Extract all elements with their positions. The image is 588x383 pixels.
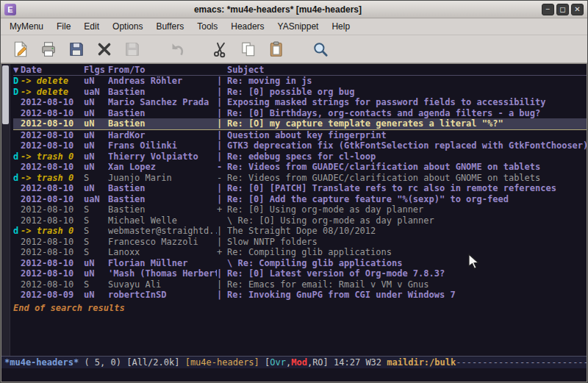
- message-subject: The Straight Dope 08/10/2012: [227, 226, 587, 237]
- paste-icon[interactable]: [265, 38, 287, 60]
- close-button-icon[interactable]: ✕: [571, 4, 584, 15]
- save-icon[interactable]: [65, 38, 87, 60]
- message-subject: Re: [0] [PATCH] Translate refs to rc als…: [227, 183, 587, 194]
- modeline-segment: RO: [312, 357, 323, 368]
- message-row[interactable]: 2012-08-10SBastien+Re: [0] Using org-mod…: [13, 204, 587, 215]
- message-mark: [13, 108, 21, 119]
- menu-tools[interactable]: Tools: [190, 19, 224, 34]
- message-row[interactable]: D-> deleteuNAndreas Röhler|Re: moving in…: [13, 76, 587, 87]
- search-icon[interactable]: [309, 38, 331, 60]
- message-date: 2012-08-10: [21, 258, 84, 269]
- message-subject: Re: [0] Add the capture feature "%(sexp)…: [227, 194, 587, 205]
- thread-separator: -: [217, 173, 227, 184]
- minibuffer: [1, 368, 587, 382]
- menu-help[interactable]: Help: [325, 19, 356, 34]
- menu-options[interactable]: Options: [106, 19, 149, 34]
- message-row[interactable]: d-> trash 0SJuanjo Marin-Re: Videos from…: [13, 173, 587, 184]
- thread-separator: |: [217, 108, 227, 119]
- message-list: D-> deleteuNAndreas Röhler|Re: moving in…: [13, 76, 587, 301]
- message-from: Bastien: [108, 183, 217, 194]
- column-header-flags[interactable]: Flgs: [84, 65, 108, 75]
- print-icon[interactable]: [37, 38, 60, 60]
- menu-edit[interactable]: Edit: [77, 19, 106, 34]
- sort-indicator-icon: ▼: [13, 65, 21, 75]
- thread-separator: |: [217, 226, 227, 237]
- menu-mymenu[interactable]: MyMenu: [3, 19, 50, 34]
- thread-separator: |: [217, 97, 227, 108]
- message-date: -> trash 0: [21, 226, 84, 237]
- copy-icon[interactable]: [237, 38, 259, 60]
- message-row[interactable]: D-> deleteuaNBastien|Re: [0] possible or…: [13, 87, 587, 98]
- menu-file[interactable]: File: [50, 19, 77, 34]
- message-mark: d: [13, 151, 21, 162]
- thread-separator: |: [217, 130, 227, 141]
- message-row[interactable]: 2012-08-10uNBastien|Re: [0] Birthdays, o…: [13, 108, 587, 119]
- end-of-results-text: End of search results: [13, 301, 587, 314]
- message-mark: [13, 140, 21, 151]
- message-flags: uN: [84, 162, 108, 173]
- message-row[interactable]: 2012-08-10uNFlorian Müllner\ Re: Compili…: [13, 258, 587, 269]
- message-mark: [13, 162, 21, 173]
- message-row[interactable]: 2012-08-10uaNBastien|Re: [0] Add the cap…: [13, 194, 587, 205]
- column-header-subject[interactable]: Subject: [227, 65, 587, 75]
- modeline-segment: [mu4e-headers]: [185, 357, 259, 368]
- message-row[interactable]: d-> trash 0uNThierry Volpiatto|Re: edebu…: [13, 151, 587, 162]
- message-date: 2012-08-09: [21, 290, 84, 301]
- message-row[interactable]: 2012-08-10uNMario Sanchez Prada|Exposing…: [13, 97, 587, 108]
- message-row[interactable]: d-> trash 0Swebmaster@straightd...|The S…: [13, 226, 587, 237]
- message-date: 2012-08-10: [21, 268, 84, 279]
- message-row[interactable]: 2012-08-10uNBastien|Re: [0] [PATCH] Tran…: [13, 183, 587, 194]
- message-row[interactable]: 2012-08-10uNFrans Oilinki|GTK3 deprecati…: [13, 140, 587, 151]
- message-mark: [13, 118, 21, 129]
- message-date: 2012-08-10: [21, 215, 84, 226]
- message-mark: [13, 215, 21, 226]
- undo-icon: [165, 38, 187, 60]
- message-date: -> trash 0: [21, 173, 84, 184]
- message-date: 2012-08-10: [21, 97, 84, 108]
- message-row[interactable]: 2012-08-10SSuvayu Ali|Re: Emacs for emai…: [13, 279, 587, 290]
- minimize-button-icon[interactable]: −: [542, 4, 554, 15]
- titlebar[interactable]: E emacs: *mu4e-headers* [mu4e-headers] −…: [1, 1, 587, 18]
- message-mark: D: [13, 87, 21, 98]
- message-flags: S: [84, 173, 108, 184]
- new-file-icon[interactable]: [10, 38, 32, 60]
- column-header-from[interactable]: From/To: [108, 65, 217, 75]
- message-from: Florian Müllner: [108, 258, 217, 269]
- maximize-button-icon[interactable]: ◻: [556, 4, 569, 15]
- message-row[interactable]: 2012-08-10uNBastien|Re: [O] my capture t…: [13, 118, 587, 130]
- menu-yasnippet[interactable]: YASnippet: [271, 19, 326, 34]
- write-file-icon: [121, 38, 143, 60]
- scrollbar-thumb[interactable]: [2, 65, 9, 124]
- message-flags: S: [84, 226, 108, 237]
- menu-headers[interactable]: Headers: [224, 19, 270, 34]
- message-from: webmaster@straightd...: [108, 226, 217, 237]
- message-row[interactable]: 2012-08-09uNrobertcInSD|Re: Invoking Gnu…: [13, 290, 587, 301]
- message-flags: S: [84, 279, 108, 290]
- modeline-segment: [All/2.0k]: [126, 357, 184, 368]
- close-buffer-icon[interactable]: [93, 38, 115, 60]
- message-subject: Re: Emacs for email: Rmail v VM v Gnus: [227, 279, 587, 290]
- thread-separator: |: [217, 279, 227, 290]
- cut-icon[interactable]: [209, 38, 232, 60]
- modeline: *mu4e-headers* ( 5, 0) [All/2.0k] [mu4e-…: [1, 356, 587, 368]
- message-row[interactable]: 2012-08-10SFrancesco Mazzoli|Slow NNTP f…: [13, 237, 587, 248]
- message-mark: d: [13, 226, 21, 237]
- message-mark: [13, 130, 21, 141]
- message-subject: Re: [O] my capture template generates a …: [227, 118, 587, 129]
- message-date: -> trash 0: [21, 151, 84, 162]
- message-row[interactable]: 2012-08-10SLanoxx+Re: Compiling glib app…: [13, 247, 587, 258]
- message-row[interactable]: 2012-08-10uNHardKor|Question about key f…: [13, 130, 587, 141]
- thread-separator: |: [217, 76, 227, 87]
- message-from: Michael Welle: [108, 215, 217, 226]
- message-subject: Re: [0] Using org-mode as day planner: [227, 204, 587, 215]
- message-row[interactable]: 2012-08-10uN'Mash (Thomas Herbert)|Re: […: [13, 268, 587, 279]
- header-line[interactable]: ▼ Date Flgs From/To Subject: [13, 65, 587, 76]
- toolbar: [1, 35, 587, 63]
- scrollbar[interactable]: [1, 64, 10, 356]
- message-row[interactable]: 2012-08-10uNXan Lopez-Re: Videos from GU…: [13, 162, 587, 173]
- menu-buffers[interactable]: Buffers: [149, 19, 190, 34]
- message-flags: S: [84, 204, 108, 215]
- message-row[interactable]: 2012-08-10SMichael Welle\ Re: [O] Using …: [13, 215, 587, 226]
- column-header-date[interactable]: Date: [21, 65, 84, 75]
- message-from: Bastien: [108, 87, 217, 98]
